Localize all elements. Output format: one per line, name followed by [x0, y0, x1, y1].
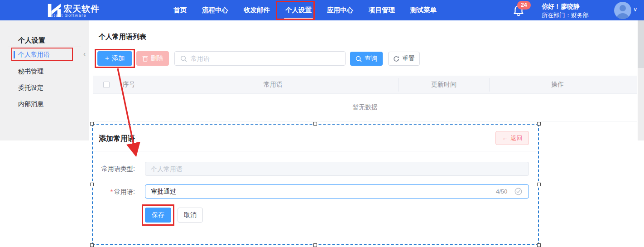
notification-count-badge[interactable]: 24 [517, 1, 531, 10]
form-title: 添加常用语 [99, 134, 135, 144]
user-department: 所在部门：财务部 [542, 11, 589, 19]
app-window: 宏天软件 otent Software 首页 流程中心 收发邮件 个人设置 应用… [0, 0, 644, 247]
sidebar-item-internal-messages[interactable]: 内部消息 [18, 100, 77, 110]
back-arrow-icon: ← [502, 135, 508, 141]
delete-button-label: 删除 [151, 54, 163, 63]
selection-handle[interactable] [537, 183, 541, 186]
back-button[interactable]: ← 返回 [495, 131, 529, 145]
title-divider [89, 46, 638, 46]
scrollbar-thumb[interactable] [638, 20, 644, 68]
sidebar-item-personal-phrases[interactable]: 个人常用语 [18, 51, 77, 61]
save-button[interactable]: 保存 [145, 208, 171, 223]
search-field [174, 51, 346, 66]
page-title: 个人常用语列表 [99, 33, 146, 41]
add-button-label: 添加 [112, 54, 125, 63]
selection-handle[interactable] [90, 122, 94, 126]
reset-button[interactable]: 重置 [388, 52, 420, 66]
person-icon [614, 2, 631, 19]
phrase-type-input[interactable] [145, 162, 529, 176]
user-avatar[interactable] [614, 2, 631, 19]
form-divider [92, 151, 538, 151]
cancel-button[interactable]: 取消 [178, 208, 203, 223]
refresh-icon [393, 56, 399, 62]
required-mark: * [111, 188, 113, 195]
phrase-label-text: 常用语: [114, 188, 135, 195]
nav-item-process-center[interactable]: 流程中心 [194, 0, 236, 20]
table-header-row: 序号 常用语 更新时间 操作 [93, 76, 637, 94]
sidebar-item-delegation-settings[interactable]: 委托设定 [18, 84, 77, 94]
nav-item-app-center[interactable]: 应用中心 [319, 0, 361, 20]
search-input[interactable] [191, 55, 345, 62]
select-all-checkbox[interactable] [103, 82, 110, 88]
search-icon [356, 56, 362, 62]
column-header-actions: 操作 [490, 81, 625, 89]
phrase-type-label: 常用语类型: [82, 165, 135, 173]
search-icon [180, 55, 187, 62]
selection-handle[interactable] [90, 243, 94, 247]
top-navbar: 宏天软件 otent Software 首页 流程中心 收发邮件 个人设置 应用… [0, 0, 644, 20]
char-counter: 4/50 [496, 188, 507, 195]
selection-handle[interactable] [537, 122, 541, 126]
user-greeting: 你好！廖晓静 [542, 3, 580, 11]
back-button-label: 返回 [511, 134, 523, 142]
sidebar-title: 个人设置 [18, 36, 45, 45]
selection-handle[interactable] [90, 183, 94, 186]
nav-item-personal-settings[interactable]: 个人设置 [278, 0, 319, 20]
column-header-updated: 更新时间 [399, 81, 489, 89]
column-header-index: 序号 [110, 81, 148, 89]
table-empty-row: 暂无数据 [93, 94, 637, 121]
selection-handle[interactable] [313, 122, 317, 126]
query-button-label: 查询 [365, 55, 377, 63]
sidebar-collapse-icon[interactable]: ‹ [83, 50, 86, 58]
nav-item-home[interactable]: 首页 [166, 0, 194, 20]
selection-handle[interactable] [537, 243, 541, 247]
column-header-phrase: 常用语 [148, 81, 398, 89]
trash-icon [142, 55, 148, 62]
nav-item-test-menu[interactable]: 测试菜单 [403, 0, 444, 20]
reset-button-label: 重置 [402, 55, 415, 63]
nav-item-mail[interactable]: 收发邮件 [236, 0, 278, 20]
delete-button[interactable]: 删除 [136, 51, 169, 66]
sidebar-divider [8, 47, 81, 47]
query-button[interactable]: 查询 [350, 52, 383, 66]
phrase-input[interactable] [145, 184, 529, 199]
circle-check-icon[interactable] [514, 188, 522, 195]
add-button[interactable]: + 添加 [97, 51, 132, 66]
selection-handle[interactable] [313, 243, 317, 247]
empty-placeholder: 暂无数据 [352, 103, 378, 111]
nav-item-label: 个人设置 [285, 6, 312, 14]
main-nav: 首页 流程中心 收发邮件 个人设置 应用中心 项目管理 测试菜单 [166, 0, 444, 20]
sidebar-active-bar [14, 51, 15, 58]
plus-icon: + [105, 54, 109, 63]
active-tab-indicator [284, 18, 313, 20]
nav-item-project-management[interactable]: 项目管理 [361, 0, 403, 20]
sidebar-item-secretary-management[interactable]: 秘书管理 [18, 68, 77, 77]
brand-subtitle: otent Software [51, 13, 87, 18]
phrase-label: *常用语: [82, 188, 135, 196]
user-menu-chevron-icon[interactable]: ∨ [633, 6, 638, 13]
